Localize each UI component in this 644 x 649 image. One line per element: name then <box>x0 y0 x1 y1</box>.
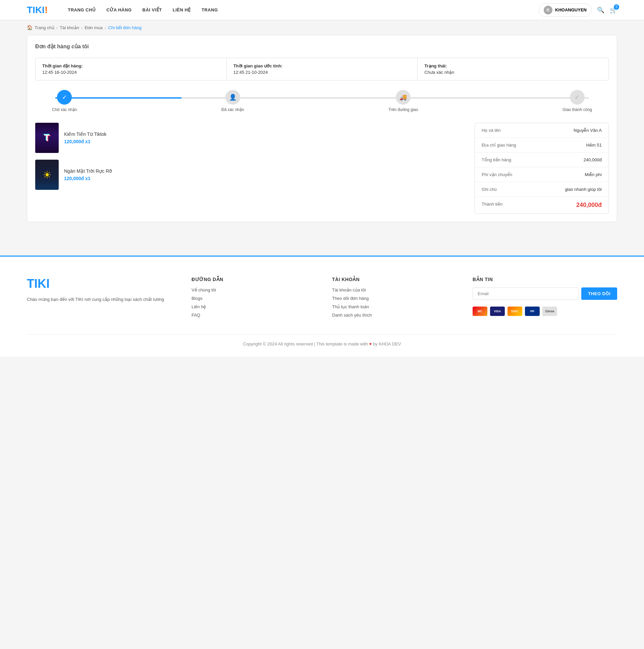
footer-link-wishlist[interactable]: Danh sách yêu thích <box>332 313 453 318</box>
heart-icon: ♥ <box>369 341 373 346</box>
newsletter-email-input[interactable] <box>473 288 578 300</box>
detail-value-note: giao nhanh giúp tôi <box>565 187 602 192</box>
status-label: Trạng thái: <box>424 63 602 69</box>
step-label-3: Trên đường giao <box>388 107 418 112</box>
detail-row-subtotal: Tổng tiền hàng 240,000đ <box>475 153 608 167</box>
copyright-text: Copyright © 2024 All rights reserved | T… <box>243 341 368 346</box>
breadcrumb-current: Chi tiết đơn hàng <box>108 25 141 30</box>
breadcrumb-sep3: › <box>105 25 106 30</box>
payment-icons: MC VISA DISC PP Cirrus <box>473 307 617 316</box>
product-name-1: Kiếm Tiền Từ Tiktok <box>64 131 475 137</box>
footer-account-col: TÀI KHOẢN Tài khoản của tôi Theo dõi đơn… <box>332 277 453 321</box>
product-info-1: Kiếm Tiền Từ Tiktok 120,000đ x1 <box>64 131 475 144</box>
detail-label-total: Thành tiền <box>482 202 503 209</box>
newsletter-form: THEO DÕI <box>473 288 617 300</box>
step-delivered: ✓ Giao thành công <box>562 90 592 112</box>
search-button[interactable]: 🔍 <box>597 6 604 14</box>
nav-page[interactable]: TRANG <box>202 7 218 12</box>
user-button[interactable]: K KHOANGUYEN <box>539 3 592 17</box>
progress-steps: ✓ Chờ xác nhận 👤 Đã xác nhận 🚚 Trên đườn… <box>45 90 599 112</box>
order-info-row: Thời gian đặt hàng: 12:45 16-10-2024 Thờ… <box>35 58 609 81</box>
detail-value-shipping: Miễn phí <box>585 172 602 177</box>
progress-bar: ✓ Chờ xác nhận 👤 Đã xác nhận 🚚 Trên đườn… <box>35 90 609 112</box>
breadcrumb-bar: 🏠 Trang chủ › Tài khoản › Đơn mua › Chi … <box>0 20 644 35</box>
step-waiting: ✓ Chờ xác nhận <box>52 90 77 112</box>
main-content: Đơn đặt hàng của tôi Thời gian đặt hàng:… <box>0 35 644 235</box>
breadcrumb-home[interactable]: Trang chủ <box>35 25 54 30</box>
product-info-2: Ngàn Mặt Trời Rực Rỡ 120,000đ x1 <box>64 168 475 181</box>
step-circle-4: ✓ <box>570 90 585 105</box>
product-price-1: 120,000đ x1 <box>64 139 475 144</box>
footer-desc: Chào mừng bạn đến với TIKI nơi cung cấp … <box>27 296 171 303</box>
cart-button[interactable]: 🛒 0 <box>610 6 617 14</box>
step-confirmed: 👤 Đã xác nhận <box>221 90 244 112</box>
detail-row-total: Thành tiền 240,000đ <box>475 197 608 213</box>
detail-row-name: Họ và tên Nguyễn Văn A <box>475 123 608 138</box>
footer-bottom: Copyright © 2024 All rights reserved | T… <box>27 334 617 346</box>
footer-link-contact[interactable]: Liên hệ <box>191 304 312 309</box>
order-time-label: Thời gian đặt hàng: <box>42 63 220 69</box>
nav-contact[interactable]: LIÊN HỆ <box>173 7 191 12</box>
step-label-1: Chờ xác nhận <box>52 107 77 112</box>
nav-blog[interactable]: BÀI VIẾT <box>142 7 162 12</box>
footer-link-blogs[interactable]: Blogs <box>191 296 312 301</box>
cart-badge: 0 <box>614 4 619 10</box>
footer-logo[interactable]: TIKI <box>27 277 171 291</box>
product-price-2: 120,000đ x1 <box>64 176 475 181</box>
footer: TIKI Chào mừng bạn đến với TIKI nơi cung… <box>0 256 644 356</box>
product-item-2: Ngàn Mặt Trời Rực Rỡ 120,000đ x1 <box>35 160 475 190</box>
detail-value-name: Nguyễn Văn A <box>573 128 602 133</box>
footer-link-about[interactable]: Về chúng tôi <box>191 288 312 293</box>
product-img-1 <box>35 123 59 153</box>
header-right: K KHOANGUYEN 🔍 🛒 0 <box>539 3 617 17</box>
detail-label-note: Ghi chú <box>482 187 497 192</box>
home-icon: 🏠 <box>27 25 33 30</box>
breadcrumb-orders[interactable]: Đơn mua <box>85 25 103 30</box>
step-label-2: Đã xác nhận <box>221 107 244 112</box>
newsletter-subscribe-button[interactable]: THEO DÕI <box>581 288 617 300</box>
footer-link-checkout[interactable]: Thủ tục thanh toán <box>332 304 453 309</box>
step-circle-3: 🚚 <box>396 90 411 105</box>
order-card: Đơn đặt hàng của tôi Thời gian đặt hàng:… <box>27 35 617 222</box>
footer-link-myaccount[interactable]: Tài khoản của tôi <box>332 288 453 293</box>
mastercard-icon: MC <box>473 307 487 316</box>
detail-label-shipping: Phí vận chuyển <box>482 172 512 177</box>
order-section-title: Đơn đặt hàng của tôi <box>35 43 609 50</box>
detail-value-total: 240,000đ <box>576 202 602 209</box>
footer-top: TIKI Chào mừng bạn đến với TIKI nơi cung… <box>27 277 617 321</box>
detail-label-name: Họ và tên <box>482 128 501 133</box>
footer-link-trackorder[interactable]: Theo dõi đơn hàng <box>332 296 453 301</box>
paypal-icon: PP <box>525 307 540 316</box>
detail-row-note: Ghi chú giao nhanh giúp tôi <box>475 182 608 197</box>
detail-row-address: Địa chỉ giao hàng Hẻm 51 <box>475 138 608 153</box>
footer-account-title: TÀI KHOẢN <box>332 277 453 282</box>
status-cell: Trạng thái: Chưa xác nhận <box>418 58 608 80</box>
est-time-label: Thời gian giao ước tính: <box>233 63 411 69</box>
status-value: Chưa xác nhận <box>424 70 602 75</box>
products-section: Kiếm Tiền Từ Tiktok 120,000đ x1 Ngàn Mặt… <box>35 123 475 214</box>
avatar: K <box>544 6 552 14</box>
breadcrumb-account[interactable]: Tài khoản <box>60 25 79 30</box>
nav-store[interactable]: CỬA HÀNG <box>106 7 131 12</box>
user-label: KHOANGUYEN <box>555 7 587 12</box>
footer-link-faq[interactable]: FAQ <box>191 313 312 318</box>
footer-guide-title: ĐƯỜNG DẪN <box>191 277 312 282</box>
products-details: Kiếm Tiền Từ Tiktok 120,000đ x1 Ngàn Mặt… <box>35 123 609 214</box>
step-circle-1: ✓ <box>57 90 72 105</box>
detail-label-address: Địa chỉ giao hàng <box>482 142 516 147</box>
footer-guide-col: ĐƯỜNG DẪN Về chúng tôi Blogs Liên hệ FAQ <box>191 277 312 321</box>
product-img-2 <box>35 160 59 190</box>
footer-newsletter-col: BẢN TIN THEO DÕI MC VISA DISC PP Cirrus <box>473 277 617 321</box>
footer-logo-col: TIKI Chào mừng bạn đến với TIKI nơi cung… <box>27 277 171 321</box>
step-shipping: 🚚 Trên đường giao <box>388 90 418 112</box>
detail-value-subtotal: 240,000đ <box>584 157 602 162</box>
footer-newsletter-title: BẢN TIN <box>473 277 617 282</box>
logo[interactable]: TIKI! <box>27 5 48 15</box>
est-time-value: 12:45 21-10-2024 <box>233 70 411 75</box>
discover-icon: DISC <box>508 307 522 316</box>
breadcrumb: 🏠 Trang chủ › Tài khoản › Đơn mua › Chi … <box>27 25 617 30</box>
nav-home[interactable]: TRANG CHỦ <box>68 7 96 12</box>
est-time-cell: Thời gian giao ước tính: 12:45 21-10-202… <box>227 58 418 80</box>
order-time-value: 12:45 16-10-2024 <box>42 70 220 75</box>
product-name-2: Ngàn Mặt Trời Rực Rỡ <box>64 168 475 174</box>
